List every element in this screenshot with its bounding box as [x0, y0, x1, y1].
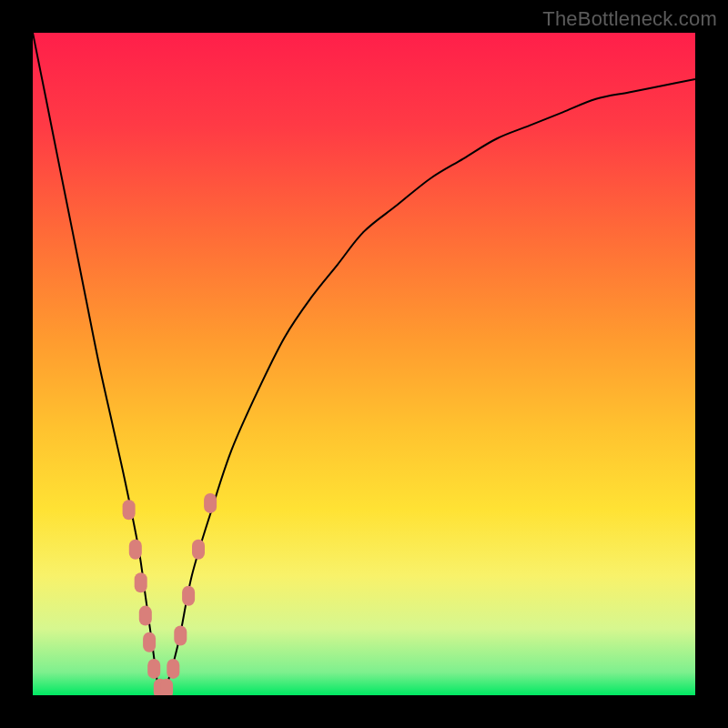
watermark-text: TheBottleneck.com — [542, 7, 717, 31]
marker-point — [147, 659, 160, 679]
marker-point — [129, 540, 142, 560]
marker-point — [192, 540, 205, 560]
marker-point — [123, 500, 136, 520]
marker-point — [182, 586, 195, 606]
marker-point — [167, 659, 179, 679]
marker-point — [174, 626, 187, 646]
marker-point — [139, 606, 152, 626]
marker-point — [135, 572, 147, 592]
gradient-background — [33, 33, 695, 695]
marker-point — [143, 632, 156, 652]
chart-frame: TheBottleneck.com — [0, 0, 728, 728]
marker-point — [160, 679, 173, 695]
marker-point — [204, 493, 217, 513]
plot-area — [33, 33, 695, 695]
bottleneck-chart — [33, 33, 695, 695]
